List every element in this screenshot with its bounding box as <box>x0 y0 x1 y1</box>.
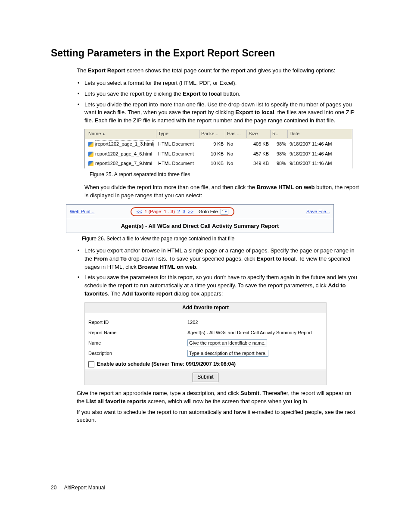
col-has[interactable]: Has ... <box>225 130 247 138</box>
figure-26-caption: Figure 26. Select a file to view the pag… <box>82 236 360 242</box>
col-r[interactable]: R... <box>271 130 288 138</box>
pager-bar: Web Print... << 1 (Page: 1 - 3) 2 3 >> G… <box>66 204 334 233</box>
html-file-icon <box>88 142 93 147</box>
file-row[interactable]: report1202_page_7_9.html HTML Document 1… <box>85 159 352 168</box>
save-file-link[interactable]: Save File... <box>306 209 330 214</box>
bullet-export-range: Lets you export and/or browse in HTML a … <box>77 247 360 271</box>
bullet-favorites: Lets you save the parameters for this re… <box>77 274 360 385</box>
goto-file-select[interactable]: 1 ▾ <box>221 209 229 215</box>
pager-report-title: Agent(s) - All WGs and Direct Call Activ… <box>66 219 333 233</box>
report-name-value: Agent(s) - All WGs and Direct Call Activ… <box>187 330 323 336</box>
page-2-link[interactable]: 2 <box>177 209 180 214</box>
enable-schedule-checkbox[interactable] <box>88 361 94 367</box>
page-footer: 20 AltiReport Manual <box>51 485 360 491</box>
add-favorite-report-dialog: Add favorite report Report ID 1202 Repor… <box>84 302 327 385</box>
last-paragraph: If you also want to schedule the report … <box>77 408 360 425</box>
file-list: Name▲ Type Packe... Has ... Size R... Da… <box>84 129 352 168</box>
file-row[interactable]: report1202_page_1_3.html HTML Document 9… <box>85 139 352 149</box>
name-label: Name <box>88 340 187 347</box>
col-pack[interactable]: Packe... <box>199 130 225 138</box>
report-name-label: Report Name <box>88 330 187 336</box>
report-id-value: 1202 <box>187 319 323 326</box>
after-fav-paragraph: Give the report an appropriate name, typ… <box>77 389 360 406</box>
col-name[interactable]: Name▲ <box>87 130 156 138</box>
figure-25-caption: Figure 25. A report separated into three… <box>90 171 360 178</box>
report-id-label: Report ID <box>88 319 187 326</box>
html-file-icon <box>88 152 93 157</box>
file-list-header: Name▲ Type Packe... Has ... Size R... Da… <box>85 129 352 139</box>
html-file-icon <box>88 161 93 166</box>
next-page-link[interactable]: >> <box>188 209 193 214</box>
after-fig25-paragraph: When you divide the report into more tha… <box>84 184 360 200</box>
footer-title: AltiReport Manual <box>64 485 105 491</box>
page-3-link[interactable]: 3 <box>183 209 185 214</box>
goto-file-label: Goto File <box>199 209 218 214</box>
dialog-title: Add favorite report <box>85 303 326 313</box>
bullet-export-local: Lets you save the report by clicking the… <box>77 90 360 98</box>
web-print-link[interactable]: Web Print... <box>70 209 94 214</box>
intro-paragraph: The Export Report screen shows the total… <box>77 67 360 75</box>
pager-center-highlight: << 1 (Page: 1 - 3) 2 3 >> Goto File 1 ▾ <box>131 207 235 216</box>
bullet-format: Lets you select a format for the report … <box>77 79 360 87</box>
page-number: 20 <box>51 485 63 491</box>
bullet-divide: Lets you divide the report into more tha… <box>77 101 360 200</box>
description-input[interactable]: Type a description of the report here. <box>187 350 268 357</box>
sort-asc-icon: ▲ <box>102 132 106 136</box>
page-title: Setting Parameters in the Export Report … <box>51 47 360 59</box>
description-label: Description <box>88 350 187 357</box>
prev-page-link[interactable]: << <box>137 209 142 214</box>
col-date[interactable]: Date <box>288 130 350 138</box>
chevron-down-icon: ▾ <box>225 209 227 214</box>
file-row[interactable]: report1202_page_4_6.html HTML Document 1… <box>85 149 352 159</box>
col-size[interactable]: Size <box>247 130 271 138</box>
col-type[interactable]: Type <box>156 130 199 138</box>
current-page: 1 (Page: 1 - 3) <box>145 209 175 214</box>
enable-schedule-label: Enable auto schedule (Server Time: 09/19… <box>97 361 236 368</box>
submit-button[interactable]: Submit <box>193 373 218 382</box>
name-input[interactable]: Give the report an identifiable name. <box>187 339 267 346</box>
